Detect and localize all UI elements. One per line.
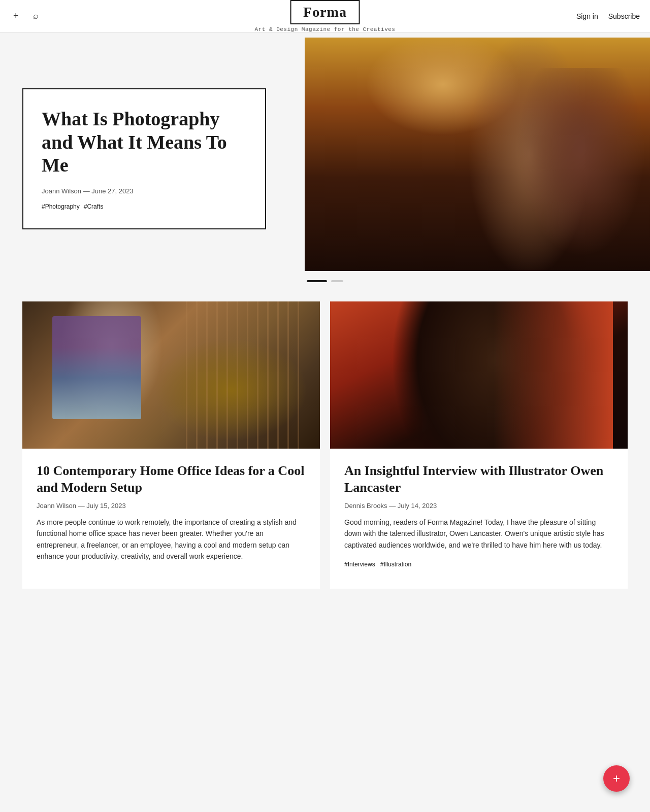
article-excerpt-1: As more people continue to work remotely… [37,517,306,562]
slider-dot-active[interactable] [307,280,327,282]
hero-card[interactable]: What Is Photography and What It Means To… [22,88,266,229]
hero-tag-photography[interactable]: #Photography [42,203,80,210]
article-title-2: An Insightful Interview with Illustrator… [344,463,613,496]
hero-separator: — [83,187,92,195]
article-excerpt-2: Good morning, readers of Forma Magazine!… [344,517,613,551]
article-author-2: Dennis Brooks [344,502,387,510]
article-body-1: 10 Contemporary Home Office Ideas for a … [22,449,320,589]
add-button[interactable]: + [10,8,22,24]
article-date-2: July 14, 2023 [398,502,437,510]
article-author-1: Joann Wilson [37,502,76,510]
article-tags-2: #Interviews #Illustration [344,561,613,568]
article-tag-interviews[interactable]: #Interviews [344,561,375,568]
hero-date: June 27, 2023 [91,187,133,195]
slider-dots [0,271,650,291]
article-meta-2: Dennis Brooks — July 14, 2023 [344,502,613,510]
hero-title: What Is Photography and What It Means To… [42,108,245,177]
hero-image-background [305,38,650,271]
site-subtitle: Art & Design Magazine for the Creatives [255,26,396,32]
sign-in-link[interactable]: Sign in [576,12,598,20]
article-separator-1: — [78,502,87,510]
articles-section: 10 Contemporary Home Office Ideas for a … [0,291,650,609]
article-image-1 [22,301,320,449]
hero-tags: #Photography #Crafts [42,203,245,210]
slider-dot-inactive[interactable] [331,280,343,282]
article-card-1[interactable]: 10 Contemporary Home Office Ideas for a … [22,301,320,589]
subscribe-link[interactable]: Subscribe [608,12,640,20]
article-meta-1: Joann Wilson — July 15, 2023 [37,502,306,510]
hero-author: Joann Wilson [42,187,81,195]
header-left: + ⌕ [10,8,42,24]
header: + ⌕ Forma Art & Design Magazine for the … [0,0,650,32]
article-image-2-bg [330,301,628,449]
hero-image [305,38,650,271]
article-separator-2: — [389,502,398,510]
article-card-2[interactable]: An Insightful Interview with Illustrator… [330,301,628,589]
article-image-2 [330,301,628,449]
articles-grid: 10 Contemporary Home Office Ideas for a … [22,301,628,589]
site-title[interactable]: Forma [290,0,360,24]
article-tag-illustration[interactable]: #Illustration [380,561,411,568]
article-date-1: July 15, 2023 [86,502,125,510]
article-body-2: An Insightful Interview with Illustrator… [330,449,628,584]
header-right: Sign in Subscribe [576,12,640,20]
header-center: Forma Art & Design Magazine for the Crea… [255,0,396,32]
article-image-1-bg [22,301,320,449]
hero-tag-crafts[interactable]: #Crafts [84,203,104,210]
article-title-1: 10 Contemporary Home Office Ideas for a … [37,463,306,496]
fab-button[interactable]: + [603,765,630,792]
hero-meta: Joann Wilson — June 27, 2023 [42,187,245,195]
search-button[interactable]: ⌕ [30,8,42,24]
hero-section: What Is Photography and What It Means To… [0,38,650,271]
